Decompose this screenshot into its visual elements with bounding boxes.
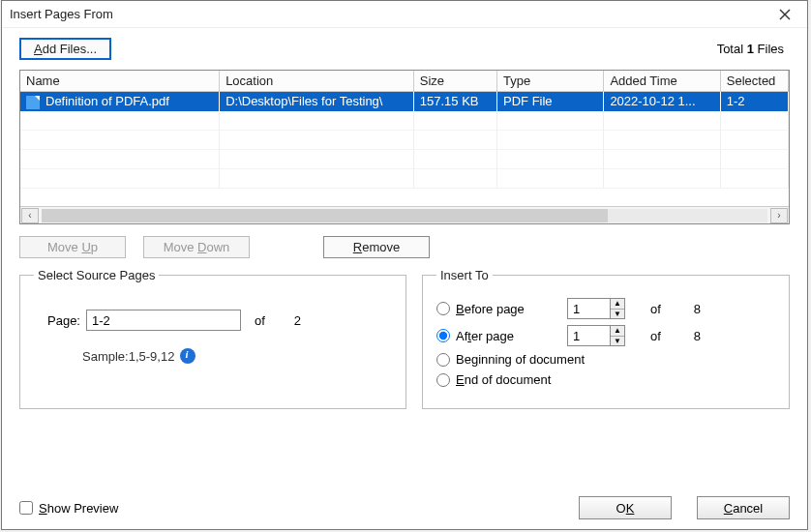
horizontal-scrollbar[interactable]: ‹ ›: [20, 206, 789, 223]
cell-size: 157.15 KB: [413, 92, 496, 111]
cell-location: D:\Desktop\Files for Testing\: [220, 92, 414, 111]
total-files: Total 1 Files: [717, 42, 790, 56]
spin-down-icon[interactable]: ▼: [611, 310, 624, 319]
page-input[interactable]: [86, 310, 241, 331]
cancel-button[interactable]: Cancel: [697, 496, 790, 519]
close-icon: [779, 9, 791, 20]
dialog-insert-pages: Insert Pages From Add Files... Total 1 F…: [1, 0, 808, 530]
radio-end[interactable]: End of document: [436, 372, 557, 387]
cell-selected: 1-2: [720, 92, 788, 111]
insert-to-group: Insert To Before page ▲▼ of 8: [422, 268, 790, 409]
table-header[interactable]: Name Location Size Type Added Time Selec…: [20, 71, 789, 92]
of-label: of: [650, 302, 661, 316]
table-row: .: [20, 169, 789, 189]
close-button[interactable]: [770, 4, 799, 25]
scroll-thumb[interactable]: [42, 209, 608, 222]
move-down-button[interactable]: Move Down: [143, 236, 250, 258]
remove-button[interactable]: Remove: [323, 236, 430, 258]
cell-added-time: 2022-10-12 1...: [604, 92, 720, 111]
table-row: .: [20, 111, 789, 131]
before-page-value[interactable]: [567, 298, 610, 319]
move-up-button[interactable]: Move Up: [19, 236, 126, 258]
col-added-time[interactable]: Added Time: [604, 71, 720, 92]
col-name[interactable]: Name: [20, 71, 220, 92]
total-pages: 8: [694, 329, 701, 343]
scroll-left-button[interactable]: ‹: [21, 208, 39, 223]
radio-beginning-input[interactable]: [436, 353, 450, 367]
cell-type: PDF File: [497, 92, 604, 111]
scroll-right-button[interactable]: ›: [770, 208, 788, 223]
radio-end-input[interactable]: [436, 373, 450, 387]
spin-up-icon[interactable]: ▲: [611, 326, 624, 337]
spin-down-icon[interactable]: ▼: [611, 337, 624, 346]
source-legend: Select Source Pages: [34, 268, 159, 282]
add-files-button[interactable]: Add Files...: [19, 38, 111, 60]
before-page-spinner[interactable]: ▲▼: [567, 298, 625, 319]
sample-text: Sample:1,5-9,12: [82, 349, 174, 364]
file-icon: [26, 96, 40, 109]
after-page-spinner[interactable]: ▲▼: [567, 325, 625, 346]
page-label: Page:: [47, 313, 80, 328]
insert-legend: Insert To: [436, 268, 493, 282]
table-row[interactable]: Definition of PDFA.pdf D:\Desktop\Files …: [20, 92, 789, 111]
radio-after-input[interactable]: [436, 329, 450, 342]
table-row: .: [20, 150, 789, 169]
radio-before-page[interactable]: Before page: [436, 302, 557, 316]
total-pages: 8: [694, 302, 701, 316]
of-label: of: [255, 313, 265, 328]
show-preview-input[interactable]: [19, 501, 33, 515]
table-row: .: [20, 131, 789, 150]
select-source-pages-group: Select Source Pages Page: of 2 Sample:1,…: [19, 268, 406, 409]
col-type[interactable]: Type: [497, 71, 604, 92]
titlebar: Insert Pages From: [2, 1, 807, 28]
radio-beginning[interactable]: Beginning of document: [436, 352, 585, 367]
radio-before-input[interactable]: [436, 302, 450, 315]
spin-up-icon[interactable]: ▲: [611, 299, 624, 310]
radio-after-page[interactable]: After page: [436, 329, 557, 343]
col-selected[interactable]: Selected: [720, 71, 788, 92]
ok-button[interactable]: OK: [579, 496, 672, 519]
cell-name: Definition of PDFA.pdf: [45, 94, 169, 108]
scroll-track[interactable]: [42, 209, 767, 222]
files-table[interactable]: Name Location Size Type Added Time Selec…: [19, 70, 790, 224]
col-size[interactable]: Size: [413, 71, 496, 92]
show-preview-checkbox[interactable]: Show Preview: [19, 501, 118, 516]
window-title: Insert Pages From: [10, 7, 113, 21]
info-icon[interactable]: [180, 348, 195, 364]
col-location[interactable]: Location: [220, 71, 414, 92]
of-label: of: [650, 329, 661, 343]
page-total: 2: [294, 313, 301, 328]
after-page-value[interactable]: [567, 325, 610, 346]
